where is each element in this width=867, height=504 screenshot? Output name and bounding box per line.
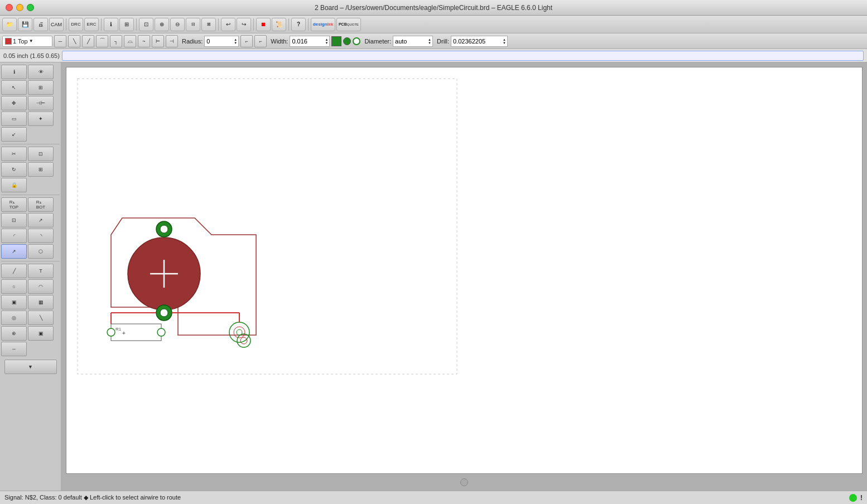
delete-tool[interactable]: ↙ — [1, 127, 27, 142]
layer-label: 1 Top — [13, 38, 28, 45]
scroll-handle[interactable] — [460, 478, 468, 486]
array-tool[interactable]: ⊞ — [28, 162, 54, 177]
wire-45-button[interactable]: ─ — [54, 35, 66, 47]
hatch-tool[interactable]: ▦ — [28, 295, 54, 309]
route-style2-button[interactable]: ⌐ — [254, 35, 267, 47]
sep3 — [136, 18, 137, 31]
zoom-out-button[interactable]: ⊖ — [170, 18, 185, 31]
lock-tool[interactable]: 🔒 — [1, 178, 27, 192]
print-button[interactable]: 🖨 — [33, 18, 48, 31]
wire-end1-button[interactable]: ⊢ — [152, 35, 164, 47]
group-tool[interactable]: ⊞ — [28, 80, 54, 95]
diameter-input[interactable] — [393, 36, 427, 46]
move-tool[interactable]: ✥ — [1, 96, 27, 110]
route-style1-button[interactable]: ⌐ — [240, 35, 253, 47]
color-square[interactable] — [331, 36, 341, 46]
wire-end2-button[interactable]: ⊣ — [166, 35, 178, 47]
schematic-button[interactable]: ⊞ — [119, 18, 134, 31]
scroll-down-toolbar[interactable]: ▼ — [4, 360, 57, 374]
pad-tool[interactable]: ▣ — [28, 326, 54, 341]
paste-tool[interactable]: ✦ — [28, 112, 54, 126]
arc-ccw-tool[interactable]: ◜ — [1, 229, 27, 243]
radius-input[interactable] — [205, 36, 233, 46]
zoom-in-button[interactable]: ⊕ — [155, 18, 169, 31]
sep-lt1 — [1, 144, 60, 144]
dimension-tool[interactable]: ╲ — [28, 311, 54, 325]
wire-corner1-button[interactable]: ┐ — [110, 35, 122, 47]
help-button[interactable]: ? — [291, 18, 306, 31]
open-button[interactable]: 📁 — [2, 18, 17, 31]
copy-tool[interactable]: ▭ — [1, 112, 27, 126]
layer-selector[interactable]: 1 Top ▼ — [2, 36, 52, 47]
cam-button[interactable]: CAM — [49, 18, 64, 31]
maximize-button[interactable] — [27, 4, 34, 11]
optimize-tool[interactable]: ↗ — [28, 213, 54, 227]
display-tool[interactable]: 👁 — [28, 65, 54, 79]
ripup-tool[interactable]: ⊡ — [1, 213, 27, 227]
arc-tool[interactable]: ◠ — [28, 279, 54, 294]
r1-ref-label: R1 — [115, 327, 122, 332]
pcb-canvas-area[interactable]: R1 + — [61, 62, 867, 491]
mirror-tool[interactable]: ⊡ — [28, 147, 54, 161]
layer-color-swatch — [5, 38, 12, 45]
select-tool[interactable]: ↖ — [1, 80, 27, 95]
wire-arc-button[interactable]: ⌒ — [96, 35, 108, 47]
width-input[interactable] — [290, 36, 324, 46]
sep5 — [253, 18, 254, 31]
sep2 — [101, 18, 102, 31]
sep4 — [218, 18, 219, 31]
drc-button[interactable]: DRC — [69, 18, 83, 31]
erc-button[interactable]: ERC — [84, 18, 99, 31]
edit-poly-tool[interactable]: ⬡ — [28, 244, 54, 259]
diameter-spinner[interactable]: ▲ ▼ — [427, 38, 432, 45]
r2-bot-tool[interactable]: R₂BOT — [28, 197, 54, 212]
info-tool[interactable]: ℹ — [1, 65, 27, 79]
minimize-button[interactable] — [16, 4, 23, 11]
wire-diag-button[interactable]: ╲ — [68, 35, 80, 47]
wire-curve-button[interactable]: ~ — [138, 35, 150, 47]
wire-corner2-button[interactable]: ⌓ — [124, 35, 136, 47]
text-tool[interactable]: T — [28, 264, 54, 278]
coordinate-display: 0.05 inch (1.65 0.65) — [3, 52, 60, 59]
fill-tool[interactable]: ▣ — [1, 295, 27, 309]
drill-spinner[interactable]: ▲ ▼ — [502, 38, 507, 45]
design-link-button[interactable]: designlink — [311, 18, 335, 31]
color-circle-outline[interactable] — [353, 37, 360, 45]
sep-lt3 — [1, 261, 60, 261]
pcb-board[interactable]: R1 + — [66, 67, 863, 474]
stop-button[interactable]: ⏹ — [256, 18, 271, 31]
script-button[interactable]: 📜 — [272, 18, 286, 31]
circuit-diagram: R1 + — [66, 67, 862, 473]
width-spinner[interactable]: ▲ ▼ — [324, 38, 329, 45]
measure-tool[interactable]: ↔ — [1, 342, 27, 356]
close-button[interactable] — [6, 4, 13, 11]
rotate-tool[interactable]: ↻ — [1, 162, 27, 177]
zoom-fit-button[interactable]: ⊡ — [139, 18, 153, 31]
save-button[interactable]: 💾 — [18, 18, 32, 31]
route-tool[interactable]: ↗ — [1, 244, 27, 259]
via-tool[interactable]: ◎ — [1, 311, 27, 325]
pcb-quote-button[interactable]: PCBQUOTE — [336, 18, 361, 31]
cut-tool[interactable]: ✂ — [1, 147, 27, 161]
diameter-label: Diameter: — [364, 38, 391, 45]
color-circle-filled[interactable] — [343, 37, 351, 45]
wire-freeangle-button[interactable]: ╱ — [82, 35, 94, 47]
info-button[interactable]: ℹ — [104, 18, 118, 31]
drill-input[interactable] — [451, 36, 502, 46]
line-tool[interactable]: ╱ — [1, 264, 27, 278]
circle-tool[interactable]: ○ — [1, 279, 27, 294]
drill-tool[interactable]: ⊕ — [1, 326, 27, 341]
smash-tool[interactable]: ⊣⊢ — [28, 96, 54, 110]
title-text: 2 Board – /Users/owen/Documents/eagle/Si… — [315, 4, 552, 12]
layer-dropdown-arrow: ▼ — [29, 38, 33, 43]
redo-button[interactable]: ↪ — [237, 18, 251, 31]
drill-label: Drill: — [437, 38, 449, 45]
r2-top-tool[interactable]: R₁TOP — [1, 197, 27, 212]
radius-spinner[interactable]: ▲ ▼ — [233, 38, 238, 45]
arc-cw-tool[interactable]: ◝ — [28, 229, 54, 243]
zoom-area-button[interactable]: ⊟ — [186, 18, 200, 31]
command-input[interactable] — [62, 51, 864, 61]
undo-button[interactable]: ↩ — [221, 18, 235, 31]
resistor-plus: + — [122, 330, 126, 336]
zoom-last-button[interactable]: ⊠ — [201, 18, 216, 31]
